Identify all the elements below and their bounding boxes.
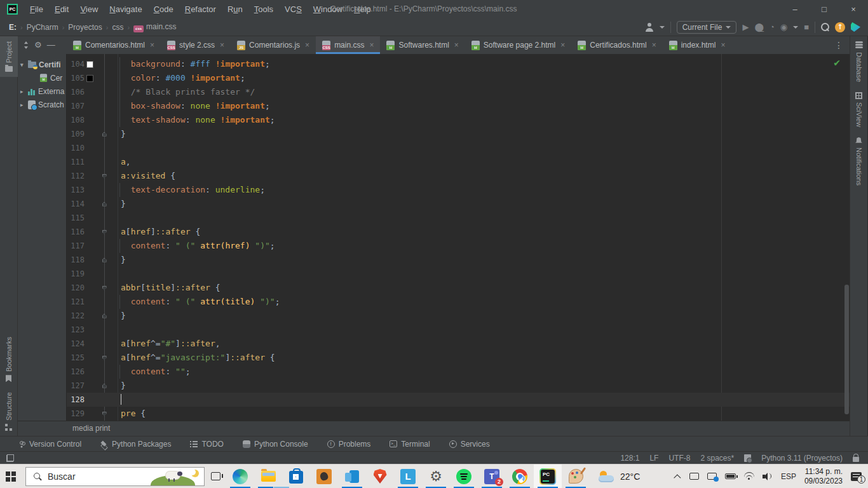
taskbar-app-spotify[interactable] xyxy=(450,464,478,488)
tab-index-html[interactable]: Hindex.html× xyxy=(663,36,732,54)
line-number[interactable]: 109 xyxy=(67,130,85,139)
code-line-111[interactable]: 111a, xyxy=(67,155,850,169)
line-number[interactable]: 125 xyxy=(67,353,85,362)
menu-view[interactable]: View xyxy=(74,0,104,18)
taskbar-search-input[interactable]: Buscar xyxy=(25,467,205,486)
tab-close-icon[interactable]: × xyxy=(150,41,154,50)
code-line-117[interactable]: 117 content: " (" attr(href) ")"; xyxy=(67,239,850,253)
volume-icon[interactable] xyxy=(763,473,773,480)
update-available-icon[interactable]: ↑ xyxy=(835,22,845,32)
line-number[interactable]: 117 xyxy=(67,241,85,250)
stripe-button-database[interactable]: Database xyxy=(855,36,863,87)
tab-close-icon[interactable]: × xyxy=(220,41,224,50)
tab-certificados-html[interactable]: HCertificados.html× xyxy=(571,36,662,54)
minimize-button[interactable]: – xyxy=(780,0,810,18)
fold-start-icon[interactable] xyxy=(102,174,107,179)
lock-icon[interactable] xyxy=(853,457,859,462)
tab-close-icon[interactable]: × xyxy=(305,41,309,50)
code-line-113[interactable]: 113 text-decoration: underline; xyxy=(67,183,850,197)
menu-vcs[interactable]: VCS xyxy=(279,0,308,18)
select-opened-file-icon[interactable] xyxy=(23,41,29,49)
line-number[interactable]: 118 xyxy=(67,255,85,264)
toolwindow-todo[interactable]: TODO xyxy=(190,440,223,449)
tab-style-2-css[interactable]: CSSstyle 2.css× xyxy=(161,36,231,54)
python-interpreter[interactable]: Python 3.11 (Proyectos) xyxy=(761,454,843,463)
project-tree-item[interactable]: ▸Externa xyxy=(18,85,66,98)
taskbar-app-brave[interactable] xyxy=(366,464,394,488)
code-line-109[interactable]: 109} xyxy=(67,127,850,141)
taskbar-app-chrome[interactable] xyxy=(506,464,534,488)
code-line-104[interactable]: 104 background: #fff !important; xyxy=(67,57,850,71)
breadcrumb-item[interactable]: Proyectos xyxy=(67,23,103,32)
coverage-button[interactable]: ◉ xyxy=(780,22,787,32)
caret-position[interactable]: 128:1 xyxy=(620,454,639,463)
tab-comentarios-html[interactable]: HComentarios.html× xyxy=(67,36,161,54)
tab-comentarios-js[interactable]: JSComentarios.js× xyxy=(231,36,316,54)
editor-scrollbar[interactable] xyxy=(844,285,849,414)
breadcrumb-item[interactable]: PyCharm xyxy=(25,23,60,32)
file-encoding[interactable]: UTF-8 xyxy=(668,454,690,463)
stripe-button-sciview[interactable]: SciView xyxy=(855,87,863,132)
line-number[interactable]: 119 xyxy=(67,269,85,278)
user-icon[interactable] xyxy=(645,23,654,32)
line-number[interactable]: 107 xyxy=(67,102,85,111)
tab-close-icon[interactable]: × xyxy=(652,41,656,50)
line-number[interactable]: 112 xyxy=(67,172,85,180)
code-editor[interactable]: 104 background: #fff !important;105 colo… xyxy=(67,54,850,421)
fold-start-icon[interactable] xyxy=(102,356,107,360)
stripe-button-structure[interactable]: Structure xyxy=(5,387,13,436)
tab-software-page-2-html[interactable]: HSoftware page 2.html× xyxy=(465,36,571,54)
project-tree-item[interactable]: ▾Certifi xyxy=(18,58,66,71)
tree-chevron-icon[interactable]: ▸ xyxy=(20,102,25,108)
code-line-121[interactable]: 121 content: " (" attr(title) ")"; xyxy=(67,295,850,309)
code-line-120[interactable]: 120abbr[title]::after { xyxy=(67,281,850,295)
fold-start-icon[interactable] xyxy=(102,230,107,234)
code-line-108[interactable]: 108 text-shadow: none !important; xyxy=(67,113,850,127)
line-number[interactable]: 124 xyxy=(67,339,85,348)
toolwindow-problems[interactable]: !Problems xyxy=(327,440,371,449)
code-line-124[interactable]: 124a[href^="#"]::after, xyxy=(67,337,850,351)
chevron-down-icon[interactable] xyxy=(660,26,665,29)
code-line-110[interactable]: 110 xyxy=(67,141,850,155)
code-line-128[interactable]: 128 xyxy=(67,393,850,407)
stripe-button-notifications[interactable]: Notifications xyxy=(855,132,863,191)
code-line-114[interactable]: 114} xyxy=(67,197,850,211)
start-button[interactable] xyxy=(0,464,25,488)
tool-window-switcher-icon[interactable] xyxy=(6,454,14,462)
tree-chevron-icon[interactable]: ▾ xyxy=(20,62,25,68)
menu-tools[interactable]: Tools xyxy=(248,0,279,18)
indent-setting[interactable]: 2 spaces* xyxy=(700,454,734,463)
tray-expand-icon[interactable] xyxy=(674,474,681,481)
line-number[interactable]: 108 xyxy=(67,116,85,125)
line-number[interactable]: 113 xyxy=(67,186,85,194)
tab-main-css[interactable]: CSSmain.css× xyxy=(316,36,380,54)
breadcrumb-item[interactable]: cssmain.css xyxy=(132,22,177,32)
task-view-button[interactable] xyxy=(205,464,226,488)
code-line-115[interactable]: 115 xyxy=(67,211,850,225)
chevron-down-icon[interactable] xyxy=(793,26,798,29)
code-line-129[interactable]: 129pre { xyxy=(67,407,850,421)
fold-end-icon[interactable] xyxy=(102,384,107,388)
weather-widget[interactable]: 22°C xyxy=(590,464,649,488)
menu-run[interactable]: Run xyxy=(222,0,248,18)
taskbar-app-store[interactable] xyxy=(282,464,310,488)
line-number[interactable]: 104 xyxy=(67,60,85,69)
project-tree-item[interactable]: HCer xyxy=(18,71,66,85)
fold-end-icon[interactable] xyxy=(102,314,107,318)
code-line-118[interactable]: 118} xyxy=(67,253,850,267)
taskbar-app-l-app[interactable]: L xyxy=(394,464,422,488)
fold-end-icon[interactable] xyxy=(102,132,107,137)
line-number[interactable]: 129 xyxy=(67,409,85,418)
run-config-select[interactable]: Current File xyxy=(677,21,737,34)
project-tree-item[interactable]: ▸Scratch xyxy=(18,98,66,111)
toolwindow-python-packages[interactable]: Python Packages xyxy=(100,440,171,449)
tree-chevron-icon[interactable]: ▸ xyxy=(20,88,25,95)
line-number[interactable]: 116 xyxy=(67,227,85,236)
taskbar-app-explorer[interactable] xyxy=(254,464,282,488)
line-number[interactable]: 121 xyxy=(67,297,85,306)
line-number[interactable]: 123 xyxy=(67,325,85,334)
code-line-122[interactable]: 122} xyxy=(67,309,850,323)
code-line-107[interactable]: 107 box-shadow: none !important; xyxy=(67,99,850,113)
hide-panel-icon[interactable]: — xyxy=(47,36,55,54)
stripe-button-project[interactable]: Project xyxy=(0,36,18,77)
